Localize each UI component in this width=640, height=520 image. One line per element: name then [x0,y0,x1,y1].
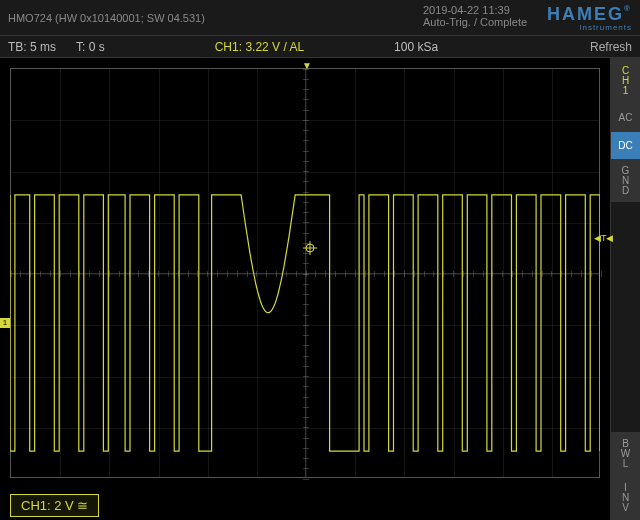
trigger-level-marker[interactable]: ◀T◀ [594,233,610,243]
waveform-ch1 [10,68,600,478]
bandwidth-limit-button[interactable]: BWL [611,432,640,476]
coupling-gnd-button[interactable]: GND [611,160,640,202]
sample-rate: 100 kSa [394,40,438,54]
ch1-trigger-level: CH1: 3.22 V / AL [215,40,304,54]
trigger-status: Auto-Trig. / Complete [423,16,527,28]
device-info: HMO724 (HW 0x10140001; SW 04.531) [8,12,205,24]
ch1-ground-marker[interactable]: 1 [0,318,10,328]
timebase-readout: TB: 5 ms [8,40,56,54]
ch1-select-button[interactable]: CH1 [611,58,640,104]
time-offset-readout: T: 0 s [76,40,105,54]
refresh-button[interactable]: Refresh [590,40,632,54]
coupling-ac-button[interactable]: AC [611,104,640,132]
invert-button[interactable]: INV [611,476,640,520]
datetime: 2019-04-22 11:39 [423,4,527,16]
trigger-cursor-icon [303,241,317,255]
ch1-scale-box[interactable]: CH1: 2 V ≅ [10,494,99,517]
brand-logo: HAMEG® [547,4,632,24]
oscilloscope-display[interactable]: 1 ◀T◀ ▼ [0,58,610,488]
coupling-dc-button[interactable]: DC [611,132,640,160]
channel-sidebar: CH1 AC DC GND BWL INV [610,58,640,520]
sidebar-spacer [611,202,640,432]
trigger-position-marker[interactable]: ▼ [302,60,312,71]
